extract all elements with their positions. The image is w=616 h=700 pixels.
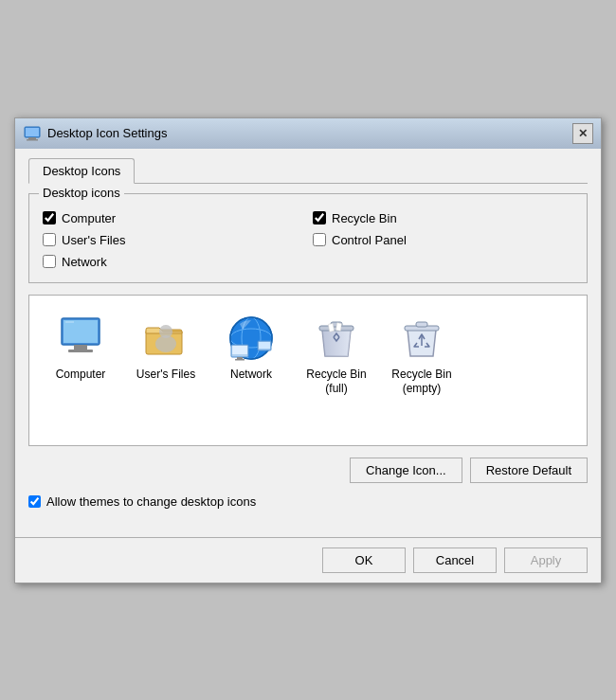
svg-rect-1: [28, 137, 36, 139]
svg-rect-4: [26, 128, 39, 136]
svg-rect-31: [416, 322, 427, 327]
svg-rect-7: [63, 320, 98, 343]
icon-users-files-label: User's Files: [136, 368, 195, 383]
svg-rect-2: [27, 139, 38, 141]
svg-rect-9: [68, 350, 93, 352]
icon-item-computer[interactable]: Computer: [43, 309, 118, 432]
svg-point-15: [155, 335, 176, 352]
icon-computer-label: Computer: [56, 368, 106, 383]
allow-themes-checkbox-label[interactable]: Allow themes to change desktop icons: [28, 494, 588, 509]
svg-rect-23: [232, 346, 247, 354]
computer-svg-icon: [55, 313, 106, 364]
icon-network-label: Network: [230, 368, 272, 383]
group-box-label: Desktop icons: [39, 186, 124, 200]
title-bar: Desktop Icon Settings ✕: [15, 118, 601, 149]
network-svg-icon: [226, 313, 277, 364]
restore-default-button[interactable]: Restore Default: [470, 458, 588, 483]
icon-recycle-full-label: Recycle Bin(full): [306, 368, 366, 397]
recycle-full-svg-icon: [311, 313, 362, 364]
checkbox-control-panel[interactable]: Control Panel: [313, 233, 573, 247]
svg-rect-25: [235, 359, 245, 361]
checkbox-control-panel-input[interactable]: [313, 233, 326, 246]
change-icon-button[interactable]: Change Icon...: [350, 458, 462, 483]
checkbox-recycle-bin[interactable]: Recycle Bin: [313, 211, 573, 225]
icon-item-recycle-full[interactable]: Recycle Bin(full): [299, 309, 374, 432]
checkbox-control-panel-label: Control Panel: [332, 233, 407, 247]
checkboxes-grid: Computer Recycle Bin User's Files Contro…: [43, 211, 573, 269]
checkbox-network-label: Network: [62, 255, 107, 269]
dialog-body: Desktop Icons Desktop icons Computer Rec…: [15, 149, 601, 537]
icon-item-recycle-empty[interactable]: Recycle Bin(empty): [384, 309, 460, 432]
ok-button[interactable]: OK: [322, 547, 406, 573]
icon-recycle-empty-label: Recycle Bin(empty): [391, 368, 451, 397]
close-button[interactable]: ✕: [572, 123, 593, 144]
svg-rect-8: [74, 345, 87, 350]
checkbox-users-files-label: User's Files: [62, 233, 126, 247]
checkbox-users-files-input[interactable]: [43, 233, 56, 246]
dialog-footer: OK Cancel Apply: [15, 537, 601, 583]
apply-button[interactable]: Apply: [504, 547, 588, 573]
icon-item-network[interactable]: Network: [213, 309, 289, 432]
svg-rect-28: [328, 323, 334, 332]
recycle-empty-svg-icon: [396, 313, 447, 364]
dialog-title: Desktop Icon Settings: [47, 126, 167, 140]
allow-themes-input[interactable]: [28, 495, 41, 508]
svg-rect-24: [237, 357, 243, 359]
checkbox-recycle-bin-input[interactable]: [313, 211, 326, 224]
svg-rect-21: [259, 342, 270, 349]
allow-themes-text: Allow themes to change desktop icons: [46, 494, 256, 509]
icon-action-buttons: Change Icon... Restore Default: [28, 458, 588, 483]
title-bar-left: Desktop Icon Settings: [23, 124, 167, 143]
app-icon: [23, 124, 42, 143]
checkbox-users-files[interactable]: User's Files: [43, 233, 303, 247]
cancel-button[interactable]: Cancel: [413, 547, 497, 573]
tab-desktop-icons[interactable]: Desktop Icons: [28, 158, 135, 184]
tabs-container: Desktop Icons: [28, 158, 588, 184]
users-files-svg-icon: [140, 313, 191, 364]
icon-item-users-files[interactable]: User's Files: [128, 309, 204, 432]
svg-rect-29: [335, 322, 341, 331]
desktop-icons-group: Desktop icons Computer Recycle Bin User'…: [28, 193, 588, 283]
checkbox-computer[interactable]: Computer: [43, 211, 303, 225]
checkbox-recycle-bin-label: Recycle Bin: [332, 211, 397, 225]
checkbox-network[interactable]: Network: [43, 255, 573, 269]
checkbox-network-input[interactable]: [43, 255, 56, 268]
dialog-window: Desktop Icon Settings ✕ Desktop Icons De…: [14, 117, 602, 583]
checkbox-computer-label: Computer: [62, 211, 116, 225]
checkbox-computer-input[interactable]: [43, 211, 56, 224]
icons-area: Computer User's Files: [28, 295, 588, 446]
